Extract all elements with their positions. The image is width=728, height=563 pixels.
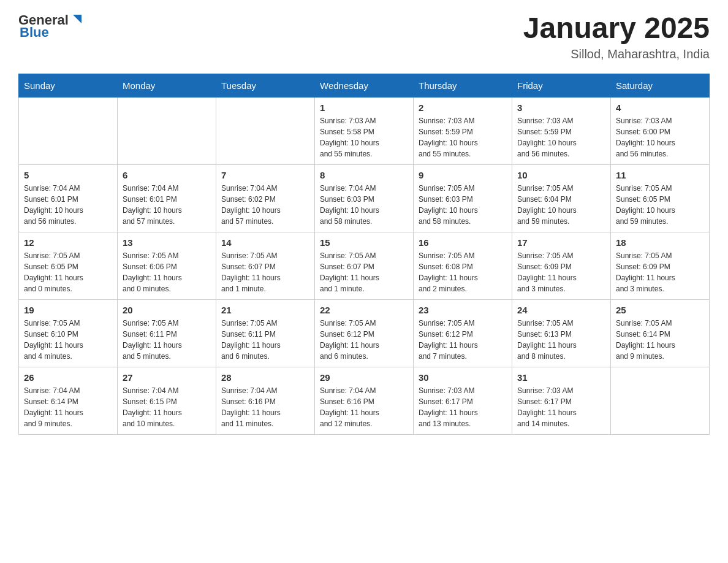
day-number: 19 — [24, 305, 112, 315]
day-info: Sunrise: 7:03 AM Sunset: 6:00 PM Dayligh… — [616, 115, 704, 159]
day-number: 13 — [123, 237, 211, 248]
header-saturday: Saturday — [611, 74, 710, 97]
day-number: 30 — [419, 372, 507, 383]
day-info: Sunrise: 7:05 AM Sunset: 6:12 PM Dayligh… — [419, 318, 507, 362]
day-info: Sunrise: 7:05 AM Sunset: 6:10 PM Dayligh… — [24, 318, 112, 362]
day-info: Sunrise: 7:04 AM Sunset: 6:16 PM Dayligh… — [221, 385, 309, 429]
day-number: 6 — [123, 170, 211, 180]
header-tuesday: Tuesday — [216, 74, 315, 97]
day-info: Sunrise: 7:03 AM Sunset: 5:58 PM Dayligh… — [320, 115, 408, 159]
title-section: January 2025 Sillod, Maharashtra, India — [523, 12, 710, 61]
day-number: 14 — [221, 237, 309, 248]
calendar-cell: 9Sunrise: 7:05 AM Sunset: 6:03 PM Daylig… — [414, 164, 512, 232]
day-info: Sunrise: 7:04 AM Sunset: 6:14 PM Dayligh… — [24, 385, 112, 429]
day-info: Sunrise: 7:03 AM Sunset: 5:59 PM Dayligh… — [419, 115, 507, 159]
day-number: 31 — [517, 372, 605, 383]
day-info: Sunrise: 7:05 AM Sunset: 6:07 PM Dayligh… — [320, 250, 408, 294]
calendar-cell: 7Sunrise: 7:04 AM Sunset: 6:02 PM Daylig… — [216, 164, 315, 232]
calendar-cell: 17Sunrise: 7:05 AM Sunset: 6:09 PM Dayli… — [512, 232, 611, 299]
day-number: 5 — [24, 170, 112, 180]
day-number: 21 — [221, 305, 309, 315]
calendar-cell — [216, 97, 315, 164]
month-title: January 2025 — [523, 12, 710, 45]
day-number: 20 — [123, 305, 211, 315]
calendar-cell: 26Sunrise: 7:04 AM Sunset: 6:14 PM Dayli… — [19, 367, 118, 434]
calendar-cell: 6Sunrise: 7:04 AM Sunset: 6:01 PM Daylig… — [118, 164, 216, 232]
day-info: Sunrise: 7:05 AM Sunset: 6:05 PM Dayligh… — [616, 183, 704, 227]
day-info: Sunrise: 7:03 AM Sunset: 5:59 PM Dayligh… — [517, 115, 605, 159]
day-info: Sunrise: 7:05 AM Sunset: 6:11 PM Dayligh… — [123, 318, 211, 362]
day-number: 15 — [320, 237, 408, 248]
page-header: General Blue January 2025 Sillod, Mahara… — [18, 12, 710, 61]
calendar-cell: 4Sunrise: 7:03 AM Sunset: 6:00 PM Daylig… — [611, 97, 710, 164]
day-info: Sunrise: 7:05 AM Sunset: 6:03 PM Dayligh… — [419, 183, 507, 227]
calendar-cell: 15Sunrise: 7:05 AM Sunset: 6:07 PM Dayli… — [315, 232, 414, 299]
header-monday: Monday — [118, 74, 216, 97]
calendar-cell: 31Sunrise: 7:03 AM Sunset: 6:17 PM Dayli… — [512, 367, 611, 434]
calendar-cell: 19Sunrise: 7:05 AM Sunset: 6:10 PM Dayli… — [19, 299, 118, 367]
day-number: 1 — [320, 102, 408, 113]
day-number: 7 — [221, 170, 309, 180]
day-number: 26 — [24, 372, 112, 383]
day-number: 18 — [616, 237, 704, 248]
day-number: 11 — [616, 170, 704, 180]
day-info: Sunrise: 7:05 AM Sunset: 6:04 PM Dayligh… — [517, 183, 605, 227]
calendar-cell: 23Sunrise: 7:05 AM Sunset: 6:12 PM Dayli… — [414, 299, 512, 367]
calendar-cell: 30Sunrise: 7:03 AM Sunset: 6:17 PM Dayli… — [414, 367, 512, 434]
day-info: Sunrise: 7:05 AM Sunset: 6:05 PM Dayligh… — [24, 250, 112, 294]
day-info: Sunrise: 7:04 AM Sunset: 6:15 PM Dayligh… — [123, 385, 211, 429]
week-row-2: 5Sunrise: 7:04 AM Sunset: 6:01 PM Daylig… — [19, 164, 710, 232]
svg-marker-0 — [73, 15, 82, 23]
day-info: Sunrise: 7:04 AM Sunset: 6:02 PM Dayligh… — [221, 183, 309, 227]
day-info: Sunrise: 7:04 AM Sunset: 6:03 PM Dayligh… — [320, 183, 408, 227]
day-number: 24 — [517, 305, 605, 315]
day-number: 2 — [419, 102, 507, 113]
day-info: Sunrise: 7:05 AM Sunset: 6:12 PM Dayligh… — [320, 318, 408, 362]
calendar-cell: 22Sunrise: 7:05 AM Sunset: 6:12 PM Dayli… — [315, 299, 414, 367]
day-number: 16 — [419, 237, 507, 248]
day-info: Sunrise: 7:05 AM Sunset: 6:07 PM Dayligh… — [221, 250, 309, 294]
week-row-3: 12Sunrise: 7:05 AM Sunset: 6:05 PM Dayli… — [19, 232, 710, 299]
header-sunday: Sunday — [19, 74, 118, 97]
day-number: 10 — [517, 170, 605, 180]
day-number: 29 — [320, 372, 408, 383]
location-label: Sillod, Maharashtra, India — [523, 47, 710, 61]
day-info: Sunrise: 7:05 AM Sunset: 6:14 PM Dayligh… — [616, 318, 704, 362]
calendar-cell: 11Sunrise: 7:05 AM Sunset: 6:05 PM Dayli… — [611, 164, 710, 232]
day-info: Sunrise: 7:04 AM Sunset: 6:01 PM Dayligh… — [24, 183, 112, 227]
day-info: Sunrise: 7:05 AM Sunset: 6:11 PM Dayligh… — [221, 318, 309, 362]
calendar-cell: 20Sunrise: 7:05 AM Sunset: 6:11 PM Dayli… — [118, 299, 216, 367]
day-number: 25 — [616, 305, 704, 315]
calendar-cell — [19, 97, 118, 164]
calendar-cell: 16Sunrise: 7:05 AM Sunset: 6:08 PM Dayli… — [414, 232, 512, 299]
week-row-5: 26Sunrise: 7:04 AM Sunset: 6:14 PM Dayli… — [19, 367, 710, 434]
header-thursday: Thursday — [414, 74, 512, 97]
day-info: Sunrise: 7:05 AM Sunset: 6:09 PM Dayligh… — [616, 250, 704, 294]
week-row-4: 19Sunrise: 7:05 AM Sunset: 6:10 PM Dayli… — [19, 299, 710, 367]
calendar-cell: 28Sunrise: 7:04 AM Sunset: 6:16 PM Dayli… — [216, 367, 315, 434]
calendar-cell — [611, 367, 710, 434]
calendar-cell: 25Sunrise: 7:05 AM Sunset: 6:14 PM Dayli… — [611, 299, 710, 367]
calendar-cell: 29Sunrise: 7:04 AM Sunset: 6:16 PM Dayli… — [315, 367, 414, 434]
day-number: 3 — [517, 102, 605, 113]
day-number: 4 — [616, 102, 704, 113]
calendar-cell: 24Sunrise: 7:05 AM Sunset: 6:13 PM Dayli… — [512, 299, 611, 367]
day-info: Sunrise: 7:03 AM Sunset: 6:17 PM Dayligh… — [419, 385, 507, 429]
day-info: Sunrise: 7:05 AM Sunset: 6:06 PM Dayligh… — [123, 250, 211, 294]
calendar-cell: 27Sunrise: 7:04 AM Sunset: 6:15 PM Dayli… — [118, 367, 216, 434]
calendar-cell: 21Sunrise: 7:05 AM Sunset: 6:11 PM Dayli… — [216, 299, 315, 367]
calendar-cell: 12Sunrise: 7:05 AM Sunset: 6:05 PM Dayli… — [19, 232, 118, 299]
header-wednesday: Wednesday — [315, 74, 414, 97]
day-info: Sunrise: 7:04 AM Sunset: 6:01 PM Dayligh… — [123, 183, 211, 227]
day-info: Sunrise: 7:05 AM Sunset: 6:13 PM Dayligh… — [517, 318, 605, 362]
calendar-cell: 10Sunrise: 7:05 AM Sunset: 6:04 PM Dayli… — [512, 164, 611, 232]
weekday-header-row: Sunday Monday Tuesday Wednesday Thursday… — [19, 74, 710, 97]
day-number: 17 — [517, 237, 605, 248]
logo: General Blue — [18, 12, 84, 40]
calendar-cell: 2Sunrise: 7:03 AM Sunset: 5:59 PM Daylig… — [414, 97, 512, 164]
day-number: 9 — [419, 170, 507, 180]
day-info: Sunrise: 7:03 AM Sunset: 6:17 PM Dayligh… — [517, 385, 605, 429]
header-friday: Friday — [512, 74, 611, 97]
calendar-cell: 1Sunrise: 7:03 AM Sunset: 5:58 PM Daylig… — [315, 97, 414, 164]
day-info: Sunrise: 7:04 AM Sunset: 6:16 PM Dayligh… — [320, 385, 408, 429]
